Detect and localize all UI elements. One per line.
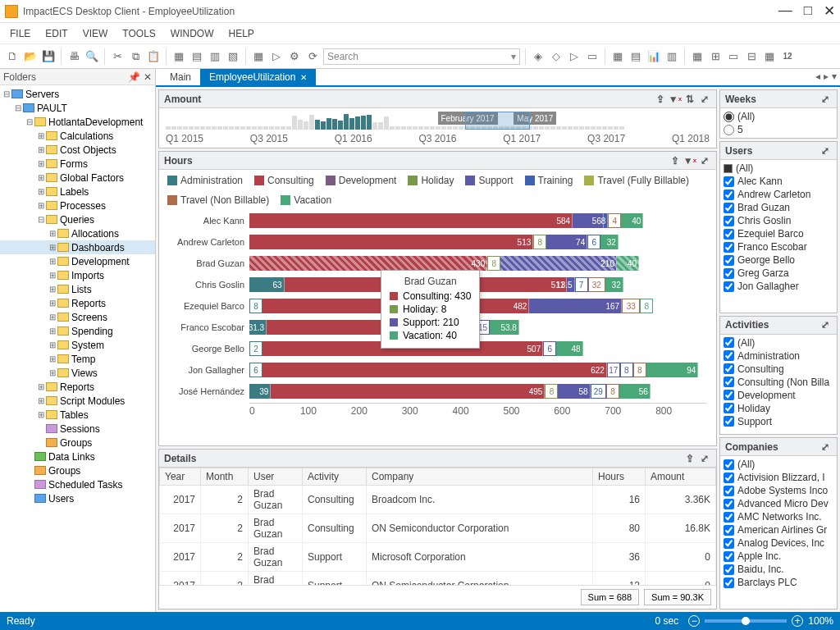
menu-edit[interactable]: EDIT: [45, 28, 67, 39]
legend-item[interactable]: Vacation: [281, 194, 331, 206]
tree-node[interactable]: ⊞Temp: [0, 352, 155, 366]
export-icon[interactable]: ⇪: [669, 154, 682, 167]
filter-item[interactable]: Adobe Systems Inco: [720, 484, 837, 497]
chart-row[interactable]: Andrew Carleton513874632: [249, 232, 706, 252]
export-icon[interactable]: ⇪: [683, 452, 696, 465]
legend-item[interactable]: Travel (Non Billable): [167, 194, 269, 206]
legend-item[interactable]: Travel (Fully Billable): [584, 175, 689, 186]
tree-node[interactable]: Groups: [0, 436, 155, 450]
menu-tools[interactable]: TOOLS: [122, 28, 155, 39]
new-icon[interactable]: 🗋: [5, 49, 20, 64]
print-preview-icon[interactable]: 🔍: [84, 49, 99, 64]
table-row[interactable]: 20172Brad GuzanSupportON Semiconductor C…: [160, 572, 716, 586]
tool-icon[interactable]: ▧: [226, 49, 240, 64]
filter-item[interactable]: Brad Guzan: [720, 201, 837, 214]
filter-item[interactable]: Andrew Carleton: [720, 188, 837, 201]
chart-row[interactable]: José Hernández3949585829856: [249, 381, 706, 401]
expand-icon[interactable]: ⤢: [819, 144, 832, 158]
tree-node[interactable]: ⊞Global Factors: [0, 171, 155, 185]
expand-icon[interactable]: ⤢: [698, 93, 711, 106]
cut-icon[interactable]: ✂: [110, 49, 125, 64]
search-input[interactable]: Search▾: [323, 48, 520, 65]
tool-icon[interactable]: ▥: [208, 49, 222, 64]
filter-item[interactable]: Barclays PLC: [720, 576, 837, 589]
zoom-out-button[interactable]: −: [688, 615, 700, 627]
chart-row[interactable]: Jon Gallagher6622178894: [249, 360, 706, 380]
filter-item[interactable]: Jon Gallagher: [720, 280, 837, 293]
tree-node[interactable]: ⊞Reports: [0, 380, 155, 394]
filter-item[interactable]: Consulting (Non Billa: [720, 376, 837, 389]
pin-icon[interactable]: 📌: [128, 71, 140, 83]
minimize-button[interactable]: —: [778, 2, 792, 20]
nav-right-icon[interactable]: ▸: [824, 71, 829, 82]
tool-icon[interactable]: ⊟: [744, 49, 759, 64]
tree-node[interactable]: ⊞Calculations: [0, 129, 155, 143]
tree-node[interactable]: ⊞Development: [0, 254, 155, 268]
expand-icon[interactable]: ⤢: [819, 441, 832, 454]
sort-icon[interactable]: ⇅: [683, 93, 696, 106]
close-panel-icon[interactable]: ✕: [144, 71, 152, 83]
menu-help[interactable]: HELP: [228, 28, 253, 39]
amount-timeline[interactable]: February 2017 May 2017 Q1 2015Q3 2015Q1 …: [166, 112, 710, 144]
filter-icon[interactable]: ▼x: [669, 93, 682, 106]
tab-main[interactable]: Main: [161, 69, 200, 85]
filter-item[interactable]: Administration: [720, 349, 837, 363]
tree-node[interactable]: ⊞Dashboards: [0, 240, 155, 254]
filter-item[interactable]: Advanced Micro Dev: [720, 497, 837, 510]
filter-item[interactable]: Franco Escobar: [720, 240, 837, 253]
tool-icon[interactable]: ◇: [549, 49, 564, 64]
paste-icon[interactable]: 📋: [146, 49, 161, 64]
tool-icon[interactable]: ▦: [610, 49, 625, 64]
legend-item[interactable]: Consulting: [254, 175, 314, 186]
filter-item[interactable]: American Airlines Gr: [720, 523, 837, 536]
gear-icon[interactable]: ⚙: [287, 49, 302, 64]
tree-node[interactable]: ⊟PAULT: [0, 101, 155, 115]
print-icon[interactable]: 🖶: [66, 49, 81, 64]
tool-icon[interactable]: ▭: [585, 49, 600, 64]
tool-icon[interactable]: ▷: [567, 49, 582, 64]
tool-icon[interactable]: ▤: [628, 49, 643, 64]
filter-item[interactable]: Apple Inc.: [720, 550, 837, 563]
filter-item[interactable]: (All): [720, 110, 837, 123]
legend-item[interactable]: Support: [465, 175, 513, 186]
expand-icon[interactable]: ⤢: [819, 93, 832, 106]
tree-node[interactable]: ⊞Labels: [0, 185, 155, 199]
expand-icon[interactable]: ⤢: [698, 154, 711, 167]
tool-icon[interactable]: ▤: [189, 49, 204, 64]
expand-icon[interactable]: ⤢: [819, 318, 832, 331]
maximize-button[interactable]: □: [804, 2, 812, 20]
tree-node[interactable]: ⊞Allocations: [0, 226, 155, 240]
tab-close-icon[interactable]: ✕: [300, 73, 307, 82]
filter-item[interactable]: Ezequiel Barco: [720, 227, 837, 240]
tool-icon[interactable]: ◈: [531, 49, 546, 64]
legend-item[interactable]: Holiday: [408, 175, 454, 186]
filter-item[interactable]: Activision Blizzard, I: [720, 471, 837, 484]
filter-item[interactable]: George Bello: [720, 253, 837, 267]
filter-item[interactable]: Analog Devices, Inc: [720, 536, 837, 550]
expand-icon[interactable]: ⤢: [698, 452, 711, 465]
folder-tree[interactable]: ⊟Servers⊟PAULT⊟HotlantaDevelopment⊞Calcu…: [0, 85, 155, 612]
tree-node[interactable]: ⊟Queries: [0, 212, 155, 226]
tool-icon[interactable]: ▦: [762, 49, 777, 64]
save-icon[interactable]: 💾: [41, 49, 56, 64]
tree-node[interactable]: ⊞Tables: [0, 408, 155, 422]
filter-item[interactable]: Chris Goslin: [720, 214, 837, 227]
close-button[interactable]: ✕: [824, 2, 835, 20]
filter-item[interactable]: (All): [720, 336, 837, 349]
tree-node[interactable]: ⊞Screens: [0, 310, 155, 324]
tree-node[interactable]: ⊞Forms: [0, 157, 155, 171]
tool-icon[interactable]: ▥: [664, 49, 679, 64]
tab-employee-utilization[interactable]: EmployeeUtilization✕: [200, 69, 316, 85]
tool-icon[interactable]: ▭: [726, 49, 741, 64]
filter-item[interactable]: Consulting: [720, 363, 837, 376]
tree-node[interactable]: ⊞Reports: [0, 296, 155, 310]
tree-node[interactable]: ⊟HotlantaDevelopment: [0, 115, 155, 129]
tool-icon[interactable]: ▦: [690, 49, 705, 64]
tree-node[interactable]: Groups: [0, 463, 155, 477]
zoom-in-button[interactable]: +: [792, 615, 803, 627]
filter-item[interactable]: Holiday: [720, 402, 837, 415]
legend-item[interactable]: Administration: [167, 175, 243, 186]
tree-node[interactable]: ⊞Lists: [0, 282, 155, 296]
timeline-selection[interactable]: [465, 112, 531, 130]
tool-icon[interactable]: 📊: [646, 49, 661, 64]
